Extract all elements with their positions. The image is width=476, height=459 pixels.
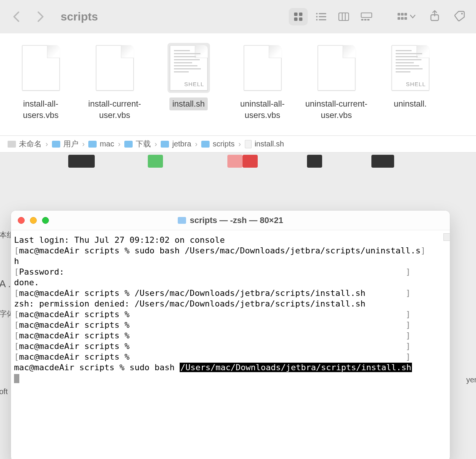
folder-icon bbox=[88, 141, 97, 148]
terminal-body[interactable]: Last login: Thu Jul 27 09:12:02 on conso… bbox=[11, 230, 450, 459]
svg-rect-1 bbox=[299, 13, 302, 16]
folder-icon bbox=[201, 141, 210, 148]
disk-icon bbox=[8, 141, 16, 148]
view-mode-group bbox=[289, 8, 376, 25]
file-icon bbox=[315, 43, 358, 93]
folder-icon bbox=[161, 141, 169, 148]
terminal-cursor bbox=[14, 374, 19, 383]
terminal-line: mac@macdeAir scripts % bbox=[14, 341, 447, 352]
svg-rect-15 bbox=[364, 19, 366, 20]
svg-rect-13 bbox=[361, 13, 372, 17]
chevron-right-icon: › bbox=[238, 140, 241, 148]
view-icons-button[interactable] bbox=[289, 8, 308, 25]
svg-rect-3 bbox=[299, 17, 302, 21]
file-label: install-current-user.vbs bbox=[78, 97, 152, 122]
file-item[interactable]: install-current-user.vbs bbox=[78, 43, 152, 122]
finder-content[interactable]: install-all-users.vbsinstall-current-use… bbox=[0, 33, 476, 136]
svg-rect-20 bbox=[398, 17, 400, 20]
path-segment[interactable]: jetbra bbox=[161, 140, 191, 148]
svg-rect-21 bbox=[401, 17, 404, 20]
file-type-tag: SHELL bbox=[184, 81, 204, 87]
svg-rect-22 bbox=[404, 17, 407, 20]
svg-point-4 bbox=[316, 13, 318, 14]
chevron-right-icon: › bbox=[82, 140, 85, 148]
path-segment[interactable]: 用户 bbox=[52, 139, 78, 149]
path-label: install.sh bbox=[255, 140, 284, 148]
desktop-peek-right: yer bbox=[466, 205, 476, 384]
svg-point-24 bbox=[461, 13, 463, 14]
file-icon bbox=[94, 43, 136, 93]
chevron-right-icon: › bbox=[118, 140, 121, 148]
share-button[interactable] bbox=[430, 10, 440, 23]
svg-rect-16 bbox=[367, 19, 370, 20]
terminal-line: Password: bbox=[14, 267, 447, 277]
path-label: jetbra bbox=[172, 140, 191, 148]
view-list-button[interactable] bbox=[312, 8, 330, 25]
svg-rect-2 bbox=[294, 17, 298, 21]
folder-icon bbox=[52, 141, 60, 148]
chevron-right-icon: › bbox=[155, 140, 157, 148]
file-label: install.sh bbox=[169, 97, 208, 110]
svg-point-8 bbox=[316, 19, 318, 20]
view-columns-button[interactable] bbox=[334, 8, 353, 25]
path-bar: 未命名›用户›mac›下载›jetbra›scripts›install.sh bbox=[0, 136, 476, 152]
path-label: 用户 bbox=[63, 139, 78, 149]
terminal-line: h bbox=[14, 256, 447, 267]
peek-text: yer bbox=[466, 376, 476, 384]
path-segment[interactable]: scripts bbox=[201, 140, 235, 148]
svg-rect-5 bbox=[319, 13, 326, 14]
file-icon bbox=[241, 43, 284, 93]
path-label: 未命名 bbox=[19, 139, 42, 149]
path-segment[interactable]: 未命名 bbox=[8, 139, 42, 149]
terminal-line: zsh: permission denied: /Users/mac/Downl… bbox=[14, 299, 447, 309]
file-type-tag: SHELL bbox=[406, 81, 426, 87]
finder-window: scripts bbox=[0, 0, 476, 152]
group-by-button[interactable] bbox=[397, 10, 415, 23]
terminal-scrollbar[interactable] bbox=[443, 233, 450, 241]
terminal-line: mac@macdeAir scripts % /Users/mac/Downlo… bbox=[14, 288, 447, 299]
nav-forward-button[interactable] bbox=[33, 10, 46, 23]
svg-rect-0 bbox=[294, 13, 298, 16]
terminal-line: mac@macdeAir scripts % bbox=[14, 352, 447, 362]
svg-rect-17 bbox=[398, 13, 400, 16]
svg-rect-18 bbox=[401, 13, 404, 16]
window-zoom-button[interactable] bbox=[42, 217, 49, 224]
terminal-line: mac@macdeAir scripts % sudo bash /Users/… bbox=[14, 245, 447, 256]
folder-icon bbox=[178, 217, 186, 224]
path-label: scripts bbox=[213, 140, 235, 148]
file-icon: SHELL bbox=[168, 43, 210, 93]
file-label: uninstall-current-user.vbs bbox=[299, 97, 373, 122]
window-minimize-button[interactable] bbox=[30, 217, 37, 224]
desktop-peek-strip bbox=[0, 152, 476, 173]
file-label: install-all-users.vbs bbox=[4, 97, 78, 122]
terminal-line: mac@macdeAir scripts % sudo bash /Users/… bbox=[14, 362, 447, 373]
path-segment[interactable]: mac bbox=[88, 140, 114, 148]
terminal-selection: /Users/mac/Downloads/jetbra/scripts/inst… bbox=[180, 363, 412, 372]
view-gallery-button[interactable] bbox=[357, 8, 376, 25]
terminal-title: scripts — -zsh — 80×21 bbox=[190, 215, 283, 225]
terminal-line: mac@macdeAir scripts % bbox=[14, 309, 447, 320]
file-item[interactable]: uninstall-all-users.vbs bbox=[225, 43, 299, 122]
tags-button[interactable] bbox=[454, 10, 465, 23]
finder-toolbar: scripts bbox=[0, 0, 476, 33]
svg-rect-10 bbox=[339, 13, 349, 20]
path-segment[interactable]: 下载 bbox=[124, 139, 151, 149]
finder-title: scripts bbox=[61, 10, 98, 23]
file-item[interactable]: SHELLuninstall. bbox=[373, 43, 447, 110]
window-close-button[interactable] bbox=[18, 217, 25, 224]
file-item[interactable]: install-all-users.vbs bbox=[4, 43, 78, 122]
path-label: 下载 bbox=[136, 139, 151, 149]
terminal-line: mac@macdeAir scripts % bbox=[14, 330, 447, 341]
file-icon bbox=[245, 140, 252, 148]
svg-point-6 bbox=[316, 16, 318, 17]
svg-rect-9 bbox=[319, 19, 326, 20]
path-segment[interactable]: install.sh bbox=[245, 140, 284, 148]
chevron-right-icon: › bbox=[45, 140, 48, 148]
file-label: uninstall. bbox=[391, 97, 430, 110]
folder-icon bbox=[124, 141, 133, 148]
file-item[interactable]: SHELLinstall.sh bbox=[152, 43, 225, 110]
nav-back-button[interactable] bbox=[11, 10, 23, 23]
terminal-titlebar[interactable]: scripts — -zsh — 80×21 bbox=[11, 211, 450, 230]
file-icon bbox=[20, 43, 62, 93]
file-item[interactable]: uninstall-current-user.vbs bbox=[299, 43, 373, 122]
